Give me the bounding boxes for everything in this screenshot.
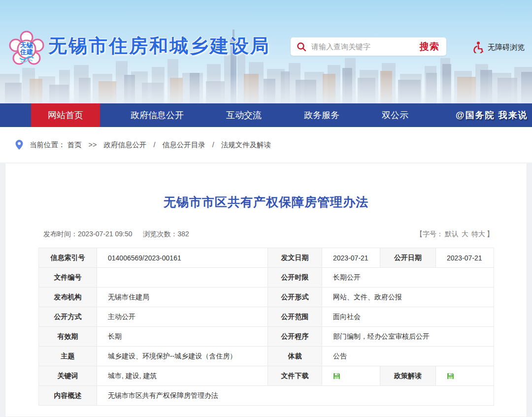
label-policy-interpretation: 政策解读 — [380, 366, 436, 386]
font-size-default[interactable]: 默认 — [445, 230, 459, 238]
value-policy-interpretation — [436, 366, 494, 386]
nav-item-services[interactable]: 政务服务 — [290, 103, 353, 127]
value-file-download — [322, 366, 380, 386]
value-public-procedure: 部门编制，经办公室审核后公开 — [322, 327, 494, 347]
breadcrumb: 当前位置： 首页 >> 政府信息公开 / 信息公开目录 / 法规文件及解读 — [0, 127, 532, 162]
label-public-date: 公开日期 — [380, 248, 436, 268]
wheelchair-icon — [473, 41, 484, 53]
nav-item-home[interactable]: 网站首页 — [31, 103, 100, 127]
publish-time-value: 2023-07-21 09:50 — [78, 230, 133, 238]
label-topic: 主题 — [39, 347, 97, 366]
value-public-scope: 面向社会 — [322, 307, 494, 327]
breadcrumb-regulations[interactable]: 法规文件及解读 — [221, 141, 271, 149]
value-public-form: 网站、文件、政府公报 — [322, 288, 494, 307]
breadcrumb-prefix: 当前位置： — [30, 141, 66, 149]
search-input[interactable] — [311, 42, 417, 51]
nav-item-interaction[interactable]: 互动交流 — [212, 103, 275, 127]
search-box: 搜索 — [291, 37, 446, 56]
label-doc-number: 文件编号 — [39, 268, 97, 288]
value-publisher: 无锡市住建局 — [97, 288, 268, 307]
value-index-number: 014006569/2023-00161 — [97, 248, 268, 268]
label-public-scope: 公开范围 — [268, 307, 322, 327]
table-row: 有效期 长期 公开程序 部门编制，经办公室审核后公开 — [39, 327, 494, 347]
article-meta: 发布时间：2023-07-21 09:50 浏览次数：382 【字号：默认大特大… — [38, 230, 494, 239]
label-genre: 体裁 — [268, 347, 322, 366]
publish-time-label: 发布时间： — [43, 230, 78, 238]
accessibility-link[interactable]: 无障碍浏览 — [473, 41, 525, 53]
table-row: 公开方式 主动公开 公开范围 面向社会 — [39, 307, 494, 327]
label-public-form: 公开形式 — [268, 288, 322, 307]
label-index-number: 信息索引号 — [39, 248, 97, 268]
views-label: 浏览次数： — [143, 230, 177, 238]
table-row: 主题 城乡建设、环境保护--城乡建设（含住房） 体裁 公告 — [39, 347, 494, 366]
label-public-period: 公开时限 — [268, 268, 322, 288]
label-public-method: 公开方式 — [39, 307, 97, 327]
value-public-date: 2023-07-21 — [436, 248, 494, 268]
value-content-summary: 无锡市市区共有产权保障房管理办法 — [97, 386, 494, 406]
label-issue-date: 发文日期 — [268, 248, 322, 268]
breadcrumb-separator: / — [212, 141, 214, 149]
nav-item-state-council[interactable]: @国务院 我来说 — [442, 103, 532, 127]
font-size-large[interactable]: 大 — [462, 230, 468, 238]
value-doc-number — [97, 268, 268, 288]
breadcrumb-info-directory[interactable]: 信息公开目录 — [163, 141, 205, 149]
nav-item-gov-info[interactable]: 政府信息公开 — [117, 103, 198, 127]
accessibility-label: 无障碍浏览 — [488, 43, 525, 52]
content-card: 无锡市市区共有产权保障房管理办法 发布时间：2023-07-21 09:50 浏… — [5, 163, 527, 417]
breadcrumb-separator: >> — [89, 141, 97, 149]
value-genre: 公告 — [322, 347, 494, 366]
label-validity: 有效期 — [39, 327, 97, 347]
font-size-suffix: 】 — [487, 230, 494, 238]
value-topic: 城乡建设、环境保护--城乡建设（含住房） — [97, 347, 268, 366]
value-keywords: 城市, 建设, 建筑 — [97, 366, 268, 386]
breadcrumb-separator: / — [154, 141, 156, 149]
table-row: 发布机构 无锡市住建局 公开形式 网站、文件、政府公报 — [39, 288, 494, 307]
font-size-prefix: 【字号： — [416, 230, 443, 238]
breadcrumb-home[interactable]: 首页 — [67, 141, 82, 149]
label-file-download: 文件下载 — [268, 366, 322, 386]
label-public-procedure: 公开程序 — [268, 327, 322, 347]
location-pin-icon — [15, 139, 24, 150]
save-icon[interactable] — [333, 373, 340, 380]
svg-text:无锡: 无锡 — [20, 41, 33, 49]
document-info-table: 信息索引号 014006569/2023-00161 发文日期 2023-07-… — [38, 248, 494, 406]
value-issue-date: 2023-07-21 — [322, 248, 380, 268]
views-value: 382 — [177, 230, 189, 238]
breadcrumb-gov-info[interactable]: 政府信息公开 — [104, 141, 147, 149]
label-keywords: 关键词 — [39, 366, 97, 386]
font-size-widget: 【字号：默认大特大】 — [416, 230, 494, 239]
svg-text:住建: 住建 — [20, 48, 33, 56]
site-header: 无锡 住建 无锡市住房和城乡建设局 搜索 无障碍浏览 — [0, 0, 532, 103]
search-icon — [297, 42, 306, 52]
bureau-logo: 无锡 住建 — [7, 29, 46, 70]
value-public-period: 长期公开 — [322, 268, 494, 288]
table-row: 关键词 城市, 建设, 建筑 文件下载 政策解读 — [39, 366, 494, 386]
search-button[interactable]: 搜索 — [417, 40, 446, 53]
font-size-xlarge[interactable]: 特大 — [471, 230, 485, 238]
page-title: 无锡市市区共有产权保障房管理办法 — [5, 163, 527, 210]
table-row: 内容概述 无锡市市区共有产权保障房管理办法 — [39, 386, 494, 406]
label-publisher: 发布机构 — [39, 288, 97, 307]
save-icon[interactable] — [447, 373, 454, 380]
table-row: 信息索引号 014006569/2023-00161 发文日期 2023-07-… — [39, 248, 494, 268]
value-validity: 长期 — [97, 327, 268, 347]
nav-item-dual-notice[interactable]: 双公示 — [368, 103, 422, 127]
value-public-method: 主动公开 — [97, 307, 268, 327]
main-nav: 网站首页 政府信息公开 互动交流 政务服务 双公示 @国务院 我来说 — [0, 103, 532, 127]
site-title: 无锡市住房和城乡建设局 — [48, 33, 270, 59]
table-row: 文件编号 公开时限 长期公开 — [39, 268, 494, 288]
label-content-summary: 内容概述 — [39, 386, 97, 406]
page-background: 无锡市市区共有产权保障房管理办法 发布时间：2023-07-21 09:50 浏… — [0, 163, 532, 417]
